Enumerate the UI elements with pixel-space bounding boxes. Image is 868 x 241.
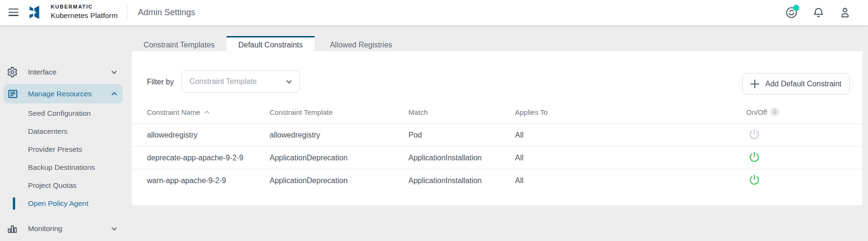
sidebar-item-label: Interface (28, 68, 56, 76)
sub-item-label: Provider Presets (28, 145, 82, 154)
sidebar-item-provider-presets[interactable]: Provider Presets (0, 142, 124, 157)
sub-item-label: Backup Destinations (28, 163, 95, 172)
sidebar: Interface Manage Resources Seed Configur… (0, 25, 124, 241)
sidebar-item-seed-configuration[interactable]: Seed Configuration (0, 106, 124, 120)
sidebar-item-label: Monitoring (28, 224, 62, 233)
plus-icon (750, 79, 760, 89)
add-default-constraint-button[interactable]: Add Default Constraint (742, 73, 850, 94)
admin-settings-page: KUBERMATIC Kubernetes Platform Admin Set… (0, 0, 868, 241)
chevron-down-icon (111, 225, 117, 231)
tab-bar: Constraint Templates Default Constraints… (132, 36, 407, 51)
top-bar: KUBERMATIC Kubernetes Platform Admin Set… (0, 0, 868, 25)
sub-item-label: Datacenters (28, 127, 68, 136)
add-button-label: Add Default Constraint (765, 80, 841, 88)
cell-constraint-template: ApplicationDeprecation (270, 176, 408, 185)
notification-dot (793, 5, 799, 11)
brand-name: KUBERMATIC (51, 4, 118, 9)
user-account-icon[interactable] (839, 6, 851, 19)
cell-match: ApplicationInstallation (408, 176, 515, 185)
filter-by-label: Filter by (147, 78, 174, 86)
column-header-constraint-name[interactable]: Constraint Name (147, 108, 270, 116)
tab-allowed-registries[interactable]: Allowed Registries (315, 36, 407, 51)
page-title: Admin Settings (138, 0, 195, 25)
table-row: deprecate-app-apache-9-2-9 ApplicationDe… (132, 146, 862, 169)
cell-applies-to: All (515, 131, 746, 139)
sidebar-item-monitoring[interactable]: Monitoring (0, 220, 124, 238)
table-row: allowedregistry allowedregistry Pod All (132, 123, 862, 146)
chevron-down-icon (111, 69, 117, 74)
constraint-template-filter-select[interactable]: Constraint Template (181, 70, 300, 93)
sidebar-item-label: Manage Resources (28, 90, 91, 98)
select-placeholder: Constraint Template (190, 77, 257, 86)
brand-subtitle: Kubernetes Platform (51, 12, 118, 19)
table-body: allowedregistry allowedregistry Pod All … (132, 123, 862, 192)
cell-match: Pod (408, 131, 515, 139)
kubermatic-logo-icon[interactable] (26, 4, 43, 23)
cell-constraint-template: ApplicationDeprecation (270, 154, 408, 162)
sidebar-item-project-quotas[interactable]: Project Quotas (0, 178, 124, 193)
table-header: Constraint Name Constraint Template Matc… (132, 101, 862, 123)
power-toggle-icon[interactable] (748, 128, 760, 140)
column-header-match: Match (408, 108, 515, 116)
cell-constraint-name: warn-app-apache-9-2-9 (147, 176, 270, 185)
sidebar-item-backup-destinations[interactable]: Backup Destinations (0, 160, 124, 175)
cell-constraint-name: allowedregistry (147, 131, 270, 139)
power-toggle-icon[interactable] (748, 174, 760, 186)
hamburger-menu-icon[interactable] (9, 9, 18, 16)
tab-constraint-templates[interactable]: Constraint Templates (132, 36, 226, 51)
bar-chart-icon (7, 223, 18, 234)
cell-applies-to: All (515, 154, 746, 162)
sub-item-label: Project Quotas (28, 181, 77, 190)
tab-default-constraints[interactable]: Default Constraints (226, 36, 315, 51)
feedback-icon[interactable] (785, 6, 798, 19)
info-icon[interactable]: i (770, 108, 779, 116)
brand-text: KUBERMATIC Kubernetes Platform (51, 4, 118, 19)
list-icon (7, 88, 18, 100)
sidebar-item-open-policy-agent[interactable]: Open Policy Agent (0, 196, 124, 211)
cell-constraint-name: deprecate-app-apache-9-2-9 (147, 154, 270, 162)
active-item-indicator (13, 197, 15, 210)
cell-applies-to: All (515, 176, 746, 185)
sort-ascending-icon (205, 111, 209, 116)
gear-icon (7, 66, 18, 78)
sub-item-label: Open Policy Agent (28, 199, 89, 208)
power-toggle-icon[interactable] (748, 151, 760, 163)
sidebar-item-manage-resources[interactable]: Manage Resources (4, 84, 123, 103)
table-row: warn-app-apache-9-2-9 ApplicationDepreca… (132, 169, 862, 192)
column-header-applies-to: Applies To (515, 108, 746, 116)
sub-item-label: Seed Configuration (28, 109, 91, 118)
sidebar-item-datacenters[interactable]: Datacenters (0, 124, 124, 139)
column-header-constraint-template: Constraint Template (270, 108, 408, 116)
sidebar-item-interface[interactable]: Interface (0, 63, 124, 81)
column-header-on-off: On/Off i (746, 108, 862, 116)
chevron-down-icon (286, 78, 291, 83)
cell-match: ApplicationInstallation (408, 154, 515, 162)
notifications-bell-icon[interactable] (812, 6, 825, 19)
cell-constraint-template: allowedregistry (270, 131, 408, 139)
chevron-up-icon (111, 92, 117, 97)
topbar-divider (127, 6, 127, 19)
